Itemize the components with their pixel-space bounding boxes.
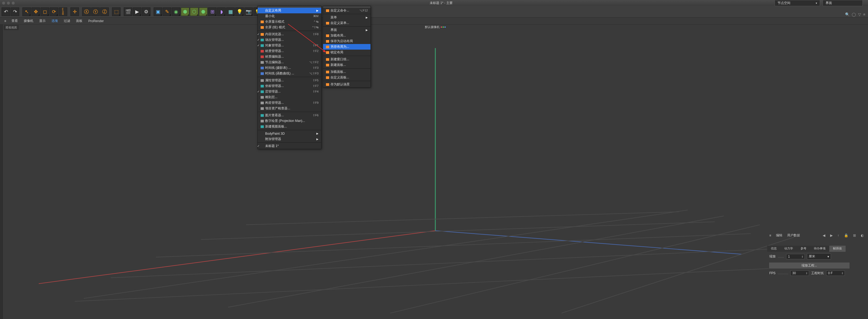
menu-item[interactable]: 数字绘景 (Projection Man)... bbox=[258, 118, 321, 124]
deformer[interactable]: ⊞ bbox=[208, 7, 217, 16]
attr-up-icon[interactable]: ↑ bbox=[838, 233, 839, 237]
menu-item[interactable]: 加载布局... bbox=[323, 33, 371, 38]
tab-dynamics[interactable]: 动力学 bbox=[780, 246, 797, 252]
attr-back-icon[interactable]: ◀ bbox=[823, 233, 825, 237]
menu-item[interactable]: ✓场次管理器... bbox=[258, 37, 321, 43]
render-view[interactable]: 🎬 bbox=[124, 7, 132, 16]
menu-item[interactable]: ✓对象管理器...⇧F1 bbox=[258, 43, 321, 48]
coord-system[interactable]: ⬚ bbox=[112, 7, 121, 16]
menu-item[interactable]: 自定义命令...⌥F12 bbox=[323, 8, 371, 13]
menu-item[interactable]: 加载面板... bbox=[323, 69, 371, 75]
menu-item[interactable]: 存为默认场景 bbox=[323, 82, 371, 87]
unit-dropdown[interactable]: 厘米 ▾ bbox=[807, 253, 831, 259]
menu-item[interactable]: 图片查看器...⇧F6 bbox=[258, 113, 321, 118]
undo-button[interactable]: ↶ bbox=[2, 7, 10, 16]
generator-nurbs[interactable]: ◉ bbox=[172, 7, 180, 16]
x-axis-toggle[interactable]: Ⓧ bbox=[82, 7, 91, 16]
node-space-dropdown[interactable]: 节点空间 ▾ bbox=[775, 0, 820, 6]
menu-item[interactable]: 构造管理器...⇧F9 bbox=[258, 100, 321, 106]
y-axis-toggle[interactable]: Ⓨ bbox=[91, 7, 100, 16]
render-settings[interactable]: ⚙ bbox=[142, 7, 150, 16]
rotate-tool[interactable]: ⟳ bbox=[50, 7, 58, 16]
close-dot[interactable] bbox=[2, 2, 5, 4]
menu-item[interactable]: 节点编辑器...⌥⇧F2 bbox=[258, 60, 321, 65]
menu-prorender[interactable]: ProRender bbox=[88, 19, 104, 23]
scale-field[interactable]: 1 ▴▾ bbox=[786, 254, 805, 259]
menu-item[interactable]: 锁定布局 bbox=[323, 50, 371, 55]
generator-cloner[interactable]: ⬣ bbox=[199, 7, 208, 16]
attr-lock-icon[interactable]: 🔒 bbox=[844, 233, 848, 237]
menu-item[interactable]: 时间线 (函数曲线) ...⌥⇧F3 bbox=[258, 71, 321, 76]
menu-item[interactable]: 时间线 (摄影表) ...⇧F3 bbox=[258, 65, 321, 71]
tab-reference[interactable]: 参考 bbox=[797, 246, 810, 252]
menu-display[interactable]: 显示 bbox=[39, 19, 45, 23]
menu-item[interactable]: 新建视图面板... bbox=[258, 124, 321, 129]
attr-mode[interactable]: 编辑 bbox=[776, 233, 782, 237]
environment[interactable]: ◗ bbox=[217, 7, 226, 16]
spline-pen[interactable]: ✎ bbox=[163, 7, 171, 16]
tab-interpolation[interactable]: 帧插值 bbox=[829, 246, 846, 252]
scene-camera[interactable]: 📷 bbox=[244, 7, 253, 16]
menu-item[interactable]: 雕刻层... bbox=[258, 94, 321, 100]
menu-item[interactable]: 菜单▶ bbox=[323, 15, 371, 20]
menu-item[interactable]: BodyPaint 3D▶ bbox=[258, 131, 321, 136]
attr-pin-icon[interactable]: ◐ bbox=[861, 233, 864, 237]
menu-panel[interactable]: 面板 bbox=[76, 19, 83, 23]
menu-item[interactable]: 全屏 (组) 模式^⇧↹ bbox=[258, 25, 321, 30]
menu-item[interactable]: ✓未标题 1* bbox=[258, 143, 321, 149]
last-tool[interactable]: FSR bbox=[59, 7, 67, 16]
hamburger-icon[interactable]: ≡ bbox=[4, 19, 6, 23]
menu-item[interactable]: 自定义菜单... bbox=[323, 20, 371, 26]
menu-view[interactable]: 查看 bbox=[11, 19, 18, 23]
menu-camera[interactable]: 摄像机 bbox=[24, 19, 33, 23]
funnel-icon[interactable]: ▽ bbox=[858, 12, 861, 17]
menu-item[interactable]: ✓内容浏览器...⇧F8 bbox=[258, 31, 321, 37]
menu-item[interactable]: 坐标管理器...⇧F7 bbox=[258, 83, 321, 89]
menu-item[interactable]: 材质编辑器... bbox=[258, 54, 321, 60]
menu-item[interactable]: 界面▶ bbox=[323, 27, 371, 33]
minimize-dot[interactable] bbox=[7, 2, 10, 4]
menu-item[interactable]: 自定义面板... bbox=[323, 75, 371, 80]
menu-item[interactable]: 属性管理器...⇧F5 bbox=[258, 77, 321, 83]
attr-hamburger-icon[interactable]: ≡ bbox=[769, 234, 771, 237]
light-object[interactable]: 💡 bbox=[235, 7, 244, 16]
duration-field[interactable]: 0 F ▴▾ bbox=[826, 270, 845, 276]
attr-new-icon[interactable]: ⊞ bbox=[853, 233, 856, 237]
menu-item[interactable]: 材质管理器...⇧F2 bbox=[258, 48, 321, 54]
redo-button[interactable]: ↷ bbox=[11, 7, 19, 16]
zoom-dot[interactable] bbox=[12, 2, 15, 4]
tab-todo[interactable]: 待办事项 bbox=[810, 246, 829, 252]
scale-tool[interactable]: ◻ bbox=[40, 7, 49, 16]
menu-item[interactable]: 另存布局为... bbox=[323, 44, 371, 50]
left-mode-strip[interactable] bbox=[0, 25, 3, 319]
primitive-cube[interactable]: ▣ bbox=[154, 7, 162, 16]
move-tool[interactable]: ✥ bbox=[31, 7, 40, 16]
attr-userdata[interactable]: 用户数据 bbox=[787, 233, 800, 237]
list-icon[interactable]: ≡ bbox=[863, 12, 865, 17]
menu-item[interactable]: 附加管理器▶ bbox=[258, 136, 321, 142]
scale-project-button[interactable]: 缩放工程... bbox=[769, 262, 850, 269]
menu-item[interactable]: 项目资产检查器... bbox=[258, 106, 321, 111]
perspective-viewport[interactable]: 透视视图 默认摄像机 bbox=[3, 25, 868, 319]
layout-dropdown[interactable]: 界面 bbox=[823, 0, 863, 6]
filter-icon[interactable]: ◯ bbox=[852, 12, 856, 17]
render-region[interactable]: ▶ bbox=[133, 7, 142, 16]
menu-item[interactable]: 自定义布局▶ bbox=[258, 8, 321, 13]
camera-object[interactable]: ▦ bbox=[226, 7, 235, 16]
menu-options[interactable]: 选项 bbox=[52, 19, 58, 23]
fps-field[interactable]: 30 ▴▾ bbox=[790, 270, 809, 276]
z-axis-toggle[interactable]: Ⓩ bbox=[100, 7, 109, 16]
attr-fwd-icon[interactable]: ▶ bbox=[830, 233, 833, 237]
menu-item[interactable]: 保存为启动布局 bbox=[323, 38, 371, 44]
menu-item[interactable]: 全屏显示模式^ ↹ bbox=[258, 19, 321, 25]
select-tool[interactable]: ↖ bbox=[22, 7, 31, 16]
menu-item[interactable]: 新建面板... bbox=[323, 62, 371, 68]
menu-item[interactable]: ✓层管理器...⇧F4 bbox=[258, 89, 321, 94]
axis-lock[interactable]: ✛ bbox=[70, 7, 79, 16]
menu-filter[interactable]: 过滤 bbox=[64, 19, 70, 23]
menu-item[interactable]: 最小化⌘M bbox=[258, 13, 321, 19]
menu-item[interactable]: 新建窗口组... bbox=[323, 57, 371, 62]
generator-array[interactable]: ⬡ bbox=[190, 7, 198, 16]
generator-subdivision[interactable]: ⬢ bbox=[181, 7, 189, 16]
search-icon[interactable]: 🔍 bbox=[845, 12, 849, 17]
